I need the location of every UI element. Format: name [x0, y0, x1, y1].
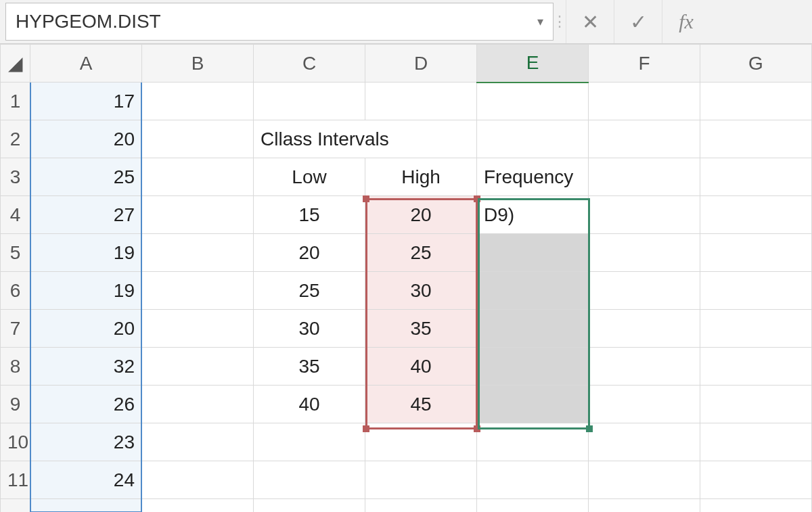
cell-G8[interactable]: [700, 348, 812, 386]
cell-E2[interactable]: [477, 120, 589, 158]
col-header-E[interactable]: E: [477, 45, 589, 83]
cell-F11[interactable]: [589, 461, 700, 499]
cell-B5[interactable]: [142, 234, 254, 272]
row-header-4[interactable]: 4: [1, 196, 30, 234]
cell-G5[interactable]: [700, 234, 812, 272]
cell-E6[interactable]: [477, 272, 589, 310]
col-header-A[interactable]: A: [30, 45, 142, 83]
cell-C10[interactable]: [254, 423, 365, 461]
cell-D11[interactable]: [365, 461, 477, 499]
cell-F1[interactable]: [589, 83, 700, 120]
cell-B9[interactable]: [142, 386, 254, 423]
cell-G10[interactable]: [700, 423, 812, 461]
cell-E4[interactable]: D9): [477, 196, 589, 234]
cell-A4[interactable]: 27: [30, 196, 142, 234]
cell-D4[interactable]: 20: [365, 196, 477, 234]
cell-E11[interactable]: [477, 461, 589, 499]
cell-E10[interactable]: [477, 423, 589, 461]
insert-function-button[interactable]: fx: [662, 0, 710, 43]
cell-A12[interactable]: [30, 499, 142, 513]
cell-C12[interactable]: [254, 499, 365, 513]
cell-A2[interactable]: 20: [30, 120, 142, 158]
cell-F4[interactable]: [589, 196, 700, 234]
name-box-dropdown-icon[interactable]: ▾: [537, 14, 543, 29]
cell-A11[interactable]: 24: [30, 461, 142, 499]
col-header-D[interactable]: D: [365, 45, 477, 83]
spreadsheet-grid[interactable]: ◢ A B C D E F G 1 17 2 20 Cllass Interva…: [0, 44, 812, 512]
row-header-10[interactable]: 10: [1, 423, 30, 461]
cell-A10[interactable]: 23: [30, 423, 142, 461]
cell-A1[interactable]: 17: [30, 83, 142, 120]
cell-G11[interactable]: [700, 461, 812, 499]
cell-C1[interactable]: [254, 83, 365, 120]
cell-C6[interactable]: 25: [254, 272, 365, 310]
cell-D3[interactable]: High: [365, 158, 477, 196]
cell-G12[interactable]: [700, 499, 812, 513]
cell-E1[interactable]: [477, 83, 589, 120]
row-header-9[interactable]: 9: [1, 386, 30, 423]
cell-C5[interactable]: 20: [254, 234, 365, 272]
cell-E12[interactable]: [477, 499, 589, 513]
cell-D1[interactable]: [365, 83, 477, 120]
cell-E3[interactable]: Frequency: [477, 158, 589, 196]
col-header-B[interactable]: B: [142, 45, 254, 83]
cell-E8[interactable]: [477, 348, 589, 386]
name-box[interactable]: HYPGEOM.DIST ▾: [5, 3, 554, 41]
cancel-button[interactable]: ✕: [566, 0, 614, 43]
cell-B7[interactable]: [142, 310, 254, 348]
cell-B6[interactable]: [142, 272, 254, 310]
cell-B2[interactable]: [142, 120, 254, 158]
cell-B12[interactable]: [142, 499, 254, 513]
cell-F5[interactable]: [589, 234, 700, 272]
cell-F7[interactable]: [589, 310, 700, 348]
select-all-corner[interactable]: ◢: [1, 45, 30, 83]
cell-A6[interactable]: 19: [30, 272, 142, 310]
cell-F6[interactable]: [589, 272, 700, 310]
cell-G9[interactable]: [700, 386, 812, 423]
cell-B10[interactable]: [142, 423, 254, 461]
cell-D6[interactable]: 30: [365, 272, 477, 310]
cell-A3[interactable]: 25: [30, 158, 142, 196]
row-header-7[interactable]: 7: [1, 310, 30, 348]
cell-D10[interactable]: [365, 423, 477, 461]
cell-D12[interactable]: [365, 499, 477, 513]
cell-C11[interactable]: [254, 461, 365, 499]
cell-C7[interactable]: 30: [254, 310, 365, 348]
cell-G2[interactable]: [700, 120, 812, 158]
cell-C9[interactable]: 40: [254, 386, 365, 423]
cell-D7[interactable]: 35: [365, 310, 477, 348]
row-header-8[interactable]: 8: [1, 348, 30, 386]
cell-G7[interactable]: [700, 310, 812, 348]
cell-G3[interactable]: [700, 158, 812, 196]
cell-F8[interactable]: [589, 348, 700, 386]
row-header-1[interactable]: 1: [1, 83, 30, 120]
cell-E7[interactable]: [477, 310, 589, 348]
cell-D8[interactable]: 40: [365, 348, 477, 386]
cell-G1[interactable]: [700, 83, 812, 120]
cell-F3[interactable]: [589, 158, 700, 196]
cell-B8[interactable]: [142, 348, 254, 386]
col-header-F[interactable]: F: [589, 45, 700, 83]
cell-B3[interactable]: [142, 158, 254, 196]
cell-E5[interactable]: [477, 234, 589, 272]
row-header-3[interactable]: 3: [1, 158, 30, 196]
cell-G6[interactable]: [700, 272, 812, 310]
cell-E9[interactable]: [477, 386, 589, 423]
cell-F9[interactable]: [589, 386, 700, 423]
cell-F2[interactable]: [589, 120, 700, 158]
cell-B4[interactable]: [142, 196, 254, 234]
enter-button[interactable]: ✓: [614, 0, 662, 43]
cell-C8[interactable]: 35: [254, 348, 365, 386]
row-header-6[interactable]: 6: [1, 272, 30, 310]
col-header-C[interactable]: C: [254, 45, 365, 83]
cell-A5[interactable]: 19: [30, 234, 142, 272]
row-header-2[interactable]: 2: [1, 120, 30, 158]
col-header-G[interactable]: G: [700, 45, 812, 83]
cell-A9[interactable]: 26: [30, 386, 142, 423]
row-header-11[interactable]: 11: [1, 461, 30, 499]
cell-B1[interactable]: [142, 83, 254, 120]
cell-A8[interactable]: 32: [30, 348, 142, 386]
cell-B11[interactable]: [142, 461, 254, 499]
cell-C3[interactable]: Low: [254, 158, 365, 196]
cell-F10[interactable]: [589, 423, 700, 461]
